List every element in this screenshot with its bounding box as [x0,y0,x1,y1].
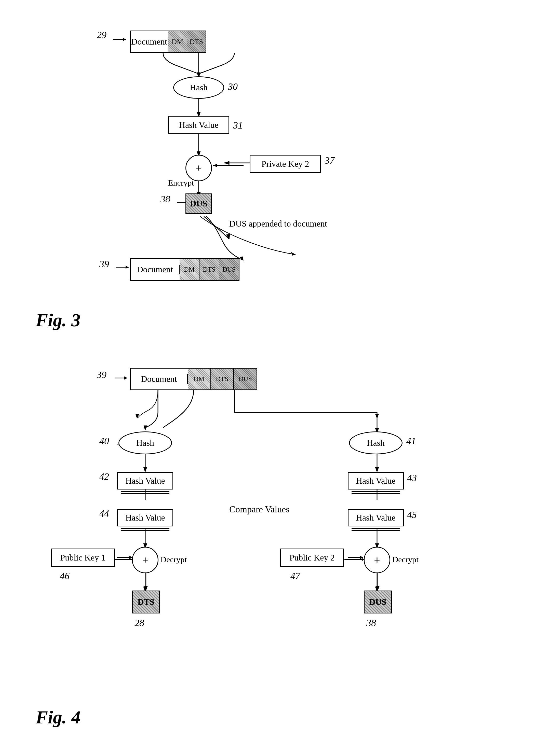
fig4-label: Fig. 4 [36,707,80,728]
document-top-box: Document DM DTS [130,31,206,53]
public-key1-label: Public Key 1 [60,553,105,563]
svg-marker-64 [375,414,379,419]
private-key2-box: Private Key 2 [250,155,321,173]
ref-41: 41 [406,435,416,446]
dts-top-label: DTS [187,31,206,52]
dm-bottom-label: DM [179,259,199,280]
doc-top-fig4: Document DM DTS DUS [130,368,257,390]
dus-bottom-right-box: DUS [364,591,392,613]
dts-bottom-label: DTS [199,259,219,280]
hash-value-45-box: Hash Value [348,509,404,526]
plus-circle-3: + [185,155,212,181]
public-key2-box: Public Key 2 [280,549,344,567]
svg-marker-61 [135,414,139,419]
svg-marker-58 [144,586,148,591]
fig3-label: Fig. 3 [36,310,80,331]
plus-right-label: + [374,554,380,566]
dm-top-fig4-label: DM [188,369,211,389]
plus-circle-right-4: + [364,547,390,573]
double-line-right2 [352,528,400,531]
ref-37: 37 [325,155,335,166]
figure-4: 39 Document DM DTS DUS [20,356,530,738]
dus-bottom-label: DUS [219,259,239,280]
ref-42: 42 [99,471,109,482]
plus-label-3: + [196,162,202,174]
document-top-label: Document [131,37,168,47]
fig4-bracket-arrows [122,390,403,441]
document-bottom-label: Document [131,265,179,274]
hash-value-43-box: Hash Value [348,472,404,489]
decrypt-left-label: Decrypt [160,555,187,564]
double-line-left [121,491,169,494]
dts-bottom-label: DTS [137,597,154,607]
ref-44: 44 [99,508,109,519]
double-line-left2 [121,528,169,531]
private-key2-label: Private Key 2 [261,159,309,169]
ref-28: 28 [134,617,144,628]
dts-bottom-left-box: DTS [132,591,160,613]
ref-30: 30 [228,81,238,92]
plus-left-label: + [142,554,148,566]
svg-marker-22 [124,376,127,380]
ref-46: 46 [60,570,70,581]
ref-39-fig3: 39 [99,258,109,270]
hash-value-44-box: Hash Value [117,509,173,526]
hash-value-label-3: Hash Value [179,120,218,130]
svg-marker-29 [143,467,147,472]
hash-value-42-label: Hash Value [125,476,165,486]
ref-43: 43 [407,472,417,483]
hash-value-44-label: Hash Value [125,513,165,523]
decrypt-right-label: Decrypt [392,555,419,564]
hash-value-45-label: Hash Value [356,513,395,523]
compare-values-label: Compare Values [229,504,290,515]
fig3-arrows [20,15,530,346]
svg-marker-13 [123,38,126,41]
ref-40: 40 [99,435,109,446]
ref-39-fig4: 39 [97,369,106,380]
dus-top-fig4-label: DUS [234,369,256,389]
hash-ellipse-label: Hash [190,83,207,92]
hash-ellipse-3: Hash [173,76,224,99]
doc-top-fig4-label: Document [131,374,188,384]
ref-38-fig4: 38 [366,617,376,628]
ref39-fig4-arrow [112,374,132,382]
svg-marker-60 [376,586,380,591]
ref-38-fig3: 38 [160,193,170,205]
public-key1-box: Public Key 1 [51,549,115,567]
hash-value-42-box: Hash Value [117,472,173,489]
svg-marker-34 [375,467,379,472]
ref-31: 31 [233,120,243,131]
plus-circle-left-4: + [132,547,158,573]
public-key2-label: Public Key 2 [290,553,335,563]
ref-47: 47 [291,570,300,581]
hash-value-box-3: Hash Value [168,116,229,134]
figure-3: 29 Document DM DTS Hash 30 Hash Value 31… [20,15,530,346]
double-line-right [352,491,400,494]
private-key-arrow [213,162,250,169]
dus-bottom-label: DUS [369,597,387,607]
svg-marker-20 [126,266,129,269]
page: 29 Document DM DTS Hash 30 Hash Value 31… [0,0,550,756]
svg-marker-18 [291,252,296,256]
ref-29: 29 [97,29,106,40]
hash-value-43-label: Hash Value [356,476,395,486]
dm-top-label: DM [168,31,187,52]
encrypt-label: Encrypt [168,178,194,188]
document-bottom-box: Document DM DTS DUS [130,258,239,281]
ref29-arrow [111,34,131,45]
ref-45: 45 [407,509,417,520]
svg-marker-15 [213,164,217,167]
dts-top-fig4-label: DTS [211,369,234,389]
